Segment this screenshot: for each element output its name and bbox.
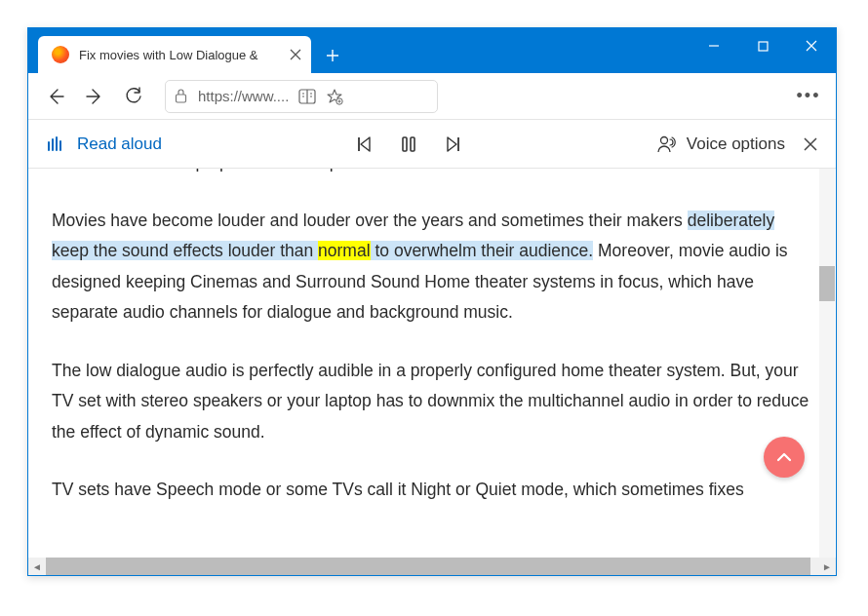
skip-forward-icon: [444, 135, 463, 154]
refresh-icon: [124, 87, 143, 106]
maximize-icon: [758, 41, 769, 52]
close-icon: [290, 49, 301, 60]
article-content: audio on a TV or laptop with stereo spea…: [28, 169, 836, 558]
more-menu-button[interactable]: •••: [789, 77, 828, 116]
horizontal-scroll-track[interactable]: [46, 558, 818, 575]
svg-rect-0: [759, 42, 768, 51]
voice-icon: [655, 134, 677, 155]
plus-icon: [325, 48, 340, 63]
pause-button[interactable]: [399, 135, 418, 154]
forward-button[interactable]: [75, 77, 114, 116]
paragraph: Movies have become louder and louder ove…: [52, 206, 812, 328]
refresh-button[interactable]: [114, 77, 153, 116]
arrow-right-icon: [84, 86, 105, 107]
read-aloud-icon: [46, 135, 65, 154]
tab-title: Fix movies with Low Dialogue &: [79, 48, 278, 62]
playback-controls: [354, 135, 463, 154]
voice-options-label: Voice options: [687, 135, 785, 154]
pause-icon: [399, 135, 418, 154]
read-aloud-label: Read aloud: [77, 135, 162, 154]
scroll-to-top-button[interactable]: [764, 437, 805, 478]
tab-close-button[interactable]: [290, 49, 301, 60]
scroll-right-button[interactable]: ►: [818, 558, 836, 575]
ellipsis-icon: •••: [797, 86, 821, 106]
window-controls: [690, 28, 836, 63]
voice-options-button[interactable]: Voice options: [655, 134, 785, 155]
chevron-up-icon: [775, 448, 793, 466]
address-bar[interactable]: https://www....: [165, 80, 438, 113]
title-bar: Fix movies with Low Dialogue &: [28, 28, 836, 73]
close-icon: [806, 40, 817, 52]
scroll-left-button[interactable]: ◄: [28, 558, 46, 575]
svg-point-6: [660, 136, 667, 143]
new-tab-button[interactable]: [325, 48, 340, 63]
svg-rect-4: [403, 137, 407, 151]
favorites-icon[interactable]: [326, 88, 343, 105]
svg-rect-5: [411, 137, 414, 151]
nav-bar: https://www.... •••: [28, 73, 836, 120]
close-readbar-button[interactable]: [803, 136, 818, 152]
minimize-icon: [708, 40, 720, 52]
reader-view-icon[interactable]: [298, 89, 316, 104]
back-button[interactable]: [36, 77, 75, 116]
next-button[interactable]: [444, 135, 463, 154]
vertical-scroll-thumb[interactable]: [819, 266, 835, 301]
arrow-left-icon: [45, 86, 66, 107]
close-window-button[interactable]: [787, 28, 836, 63]
vertical-scrollbar[interactable]: [819, 169, 835, 558]
paragraph: The low dialogue audio is perfectly audi…: [52, 356, 812, 448]
previous-button[interactable]: [354, 135, 374, 154]
minimize-button[interactable]: [690, 28, 738, 63]
skip-back-icon: [354, 135, 374, 154]
read-aloud-button[interactable]: Read aloud: [46, 135, 162, 154]
svg-rect-1: [177, 95, 186, 102]
close-icon: [803, 136, 818, 152]
paragraph: audio on a TV or laptop with stereo spea…: [52, 169, 812, 178]
current-word-highlight: normal: [318, 241, 371, 260]
horizontal-scrollbar[interactable]: ◄ ►: [28, 558, 836, 575]
read-aloud-bar: Read aloud Voice options: [28, 120, 836, 169]
maximize-button[interactable]: [738, 28, 787, 63]
content-area: audio on a TV or laptop with stereo spea…: [28, 169, 836, 575]
lock-icon: [174, 88, 188, 104]
browser-tab[interactable]: Fix movies with Low Dialogue &: [38, 36, 311, 73]
horizontal-scroll-thumb[interactable]: [46, 558, 810, 575]
browser-window: Fix movies with Low Dialogue &: [27, 27, 837, 576]
address-url: https://www....: [198, 88, 289, 104]
tab-favicon-icon: [52, 46, 69, 63]
paragraph: TV sets have Speech mode or some TVs cal…: [52, 475, 812, 506]
